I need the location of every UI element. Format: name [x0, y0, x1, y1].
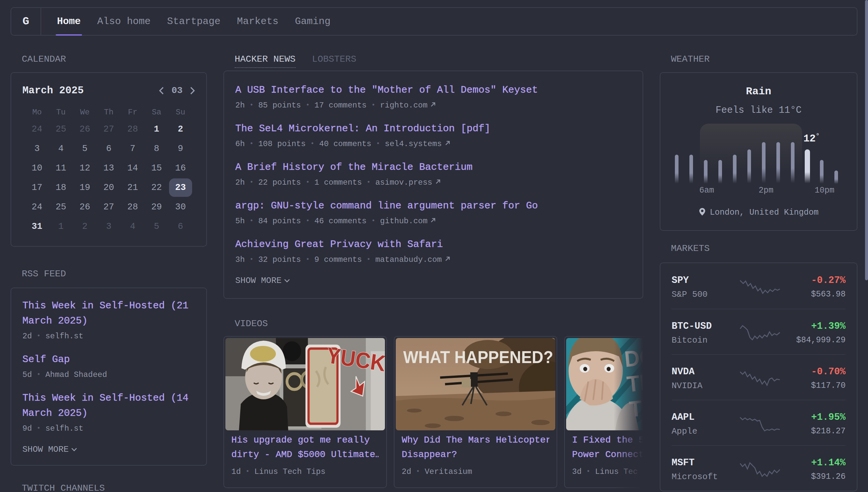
svg-text:TH: TH	[626, 368, 643, 397]
svg-text:DO: DO	[623, 343, 643, 372]
svg-text:T: T	[628, 395, 643, 422]
svg-text:WHAT HAPPENED?: WHAT HAPPENED?	[403, 347, 553, 367]
